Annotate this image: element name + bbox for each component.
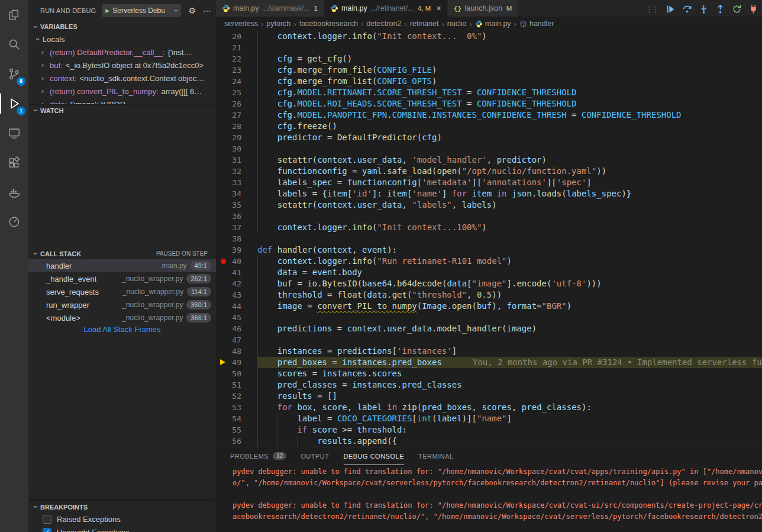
line-gutter[interactable]: 27: [216, 109, 257, 121]
line-gutter[interactable]: 32: [216, 166, 257, 177]
variable-row[interactable]: ›buf:<_io.BytesIO object at 0x7f5a2dc1ec…: [28, 59, 216, 72]
code-line[interactable]: 25 cfg.MODEL.RETINANET.SCORE_THRESH_TEST…: [216, 87, 762, 98]
code-line[interactable]: 35 setattr(context.user_data, "labels", …: [216, 199, 762, 211]
variables-scope-locals[interactable]: › Locals: [28, 33, 216, 46]
code-line[interactable]: 29 predictor = DefaultPredictor(cfg): [216, 132, 762, 143]
code-line[interactable]: 32 functionconfig = yaml.safe_load(open(…: [216, 166, 762, 177]
panel-tab-output[interactable]: OUTPUT: [301, 447, 329, 465]
breadcrumb-item-nuclio[interactable]: nuclio: [447, 20, 467, 28]
line-gutter[interactable]: 33: [216, 177, 257, 188]
code-line[interactable]: 34 labels = {item['id']: item['name'] fo…: [216, 188, 762, 199]
line-gutter[interactable]: 46: [216, 323, 257, 334]
line-gutter[interactable]: 26: [216, 98, 257, 109]
code-line[interactable]: 49 pred_boxes = instances.pred_boxesYou,…: [216, 357, 762, 368]
load-all-stack-frames-link[interactable]: Load All Stack Frames: [28, 325, 216, 334]
watch-section-header[interactable]: › WATCH: [28, 104, 216, 116]
gear-icon[interactable]: ⚙: [188, 7, 196, 15]
line-gutter[interactable]: 52: [216, 391, 257, 402]
checkbox-checked[interactable]: ✓: [43, 528, 51, 532]
variables-section-header[interactable]: › VARIABLES: [28, 21, 216, 33]
line-gutter[interactable]: 40: [216, 256, 257, 267]
stack-frame-row[interactable]: serve_requests_nuclio_wrapper.py114:1: [28, 285, 216, 298]
code-line[interactable]: 48 instances = predictions['instances']: [216, 346, 762, 357]
code-line[interactable]: 36: [216, 211, 762, 222]
variable-row[interactable]: ›data:{'image': 'iVBOR…: [28, 98, 216, 104]
code-line[interactable]: 45: [216, 312, 762, 323]
panel-tab-problems[interactable]: PROBLEMS12: [230, 447, 286, 465]
code-line[interactable]: 26 cfg.MODEL.ROI_HEADS.SCORE_THRESH_TEST…: [216, 98, 762, 109]
activity-item-explorer[interactable]: [0, 0, 28, 30]
code-line[interactable]: 20 context.logger.info("Init context... …: [216, 31, 762, 42]
stack-frame-row[interactable]: run_wrapper_nuclio_wrapper.py360:1: [28, 298, 216, 311]
line-gutter[interactable]: 51: [216, 379, 257, 391]
panel-tab-debug-console[interactable]: DEBUG CONSOLE: [344, 447, 404, 465]
stack-frame-row[interactable]: _handle_event_nuclio_wrapper.py262:1: [28, 272, 216, 285]
breakpoint-row[interactable]: ✓Uncaught Exceptions: [28, 525, 216, 532]
line-gutter[interactable]: 35: [216, 199, 257, 211]
line-gutter[interactable]: 55: [216, 424, 257, 436]
code-line[interactable]: 24 cfg.merge_from_list(CONFIG_OPTS): [216, 76, 762, 87]
line-gutter[interactable]: 48: [216, 346, 257, 357]
line-gutter[interactable]: 20: [216, 31, 257, 42]
code-line[interactable]: 28 cfg.freeze(): [216, 121, 762, 132]
line-gutter[interactable]: 43: [216, 289, 257, 301]
code-line[interactable]: 53 for box, score, label in zip(pred_box…: [216, 402, 762, 413]
line-gutter[interactable]: 45: [216, 312, 257, 323]
call-stack-section-header[interactable]: › CALL STACK PAUSED ON STEP: [28, 247, 216, 259]
step-over-button[interactable]: [682, 4, 692, 14]
step-into-button[interactable]: [699, 4, 709, 14]
breadcrumb-item-detectron2[interactable]: detectron2: [366, 20, 401, 28]
code-line[interactable]: 33 labels_spec = functionconfig['metadat…: [216, 177, 762, 188]
more-actions-icon[interactable]: ⋯: [203, 7, 211, 15]
activity-item-docker[interactable]: [0, 178, 28, 207]
panel-tab-terminal[interactable]: TERMINAL: [418, 447, 454, 465]
line-gutter[interactable]: 42: [216, 278, 257, 289]
activity-item-extensions[interactable]: [0, 148, 28, 178]
breadcrumb-item-serverless[interactable]: serverless: [224, 20, 258, 28]
line-gutter[interactable]: 29: [216, 132, 257, 143]
tab-main-py[interactable]: main.py.../siammask/...1: [216, 0, 324, 17]
line-gutter[interactable]: 44: [216, 301, 257, 312]
variable-row[interactable]: ›(return) convert_PIL_to_numpy:array([[[…: [28, 85, 216, 98]
code-line[interactable]: 31 setattr(context.user_data, 'model_han…: [216, 154, 762, 166]
code-line[interactable]: 22 cfg = get_cfg(): [216, 53, 762, 65]
code-line[interactable]: 30: [216, 143, 762, 154]
line-gutter[interactable]: 25: [216, 87, 257, 98]
tab-launch-json[interactable]: {}launch.jsonM: [448, 0, 519, 17]
line-gutter[interactable]: 53: [216, 402, 257, 413]
line-gutter[interactable]: 31: [216, 154, 257, 166]
variable-row[interactable]: ›(return) DefaultPredictor.__call__:{'in…: [28, 46, 216, 59]
line-gutter[interactable]: 47: [216, 334, 257, 346]
code-line[interactable]: 21: [216, 42, 762, 53]
breakpoint-row[interactable]: Raised Exceptions: [28, 512, 216, 525]
line-gutter[interactable]: 34: [216, 188, 257, 199]
line-gutter[interactable]: 41: [216, 267, 257, 278]
breadcrumb-item-handler[interactable]: handler: [519, 20, 554, 28]
code-line[interactable]: 41 data = event.body: [216, 267, 762, 278]
code-line[interactable]: 23 cfg.merge_from_file(CONFIG_FILE): [216, 65, 762, 76]
line-gutter[interactable]: 21: [216, 42, 257, 53]
code-line[interactable]: 42 buf = io.BytesIO(base64.b64decode(dat…: [216, 278, 762, 289]
continue-button[interactable]: [666, 4, 676, 14]
tab-main-py[interactable]: main.py.../retinanet/...4, M×: [324, 0, 448, 17]
close-icon[interactable]: ×: [436, 4, 441, 12]
code-line[interactable]: 44 image = convert_PIL_to_numpy(Image.op…: [216, 301, 762, 312]
line-gutter[interactable]: 24: [216, 76, 257, 87]
code-line[interactable]: 40 context.logger.info("Run retinanet-R1…: [216, 256, 762, 267]
line-gutter[interactable]: 22: [216, 53, 257, 65]
code-line[interactable]: 43 threshold = float(data.get("threshold…: [216, 289, 762, 301]
toolbar-grip-icon[interactable]: ⋮⋮: [645, 5, 659, 14]
breadcrumb-item-retinanet[interactable]: retinanet: [410, 20, 439, 28]
line-gutter[interactable]: 30: [216, 143, 257, 154]
code-line[interactable]: 56 results.append({: [216, 436, 762, 447]
code-editor[interactable]: 20 context.logger.info("Init context... …: [216, 31, 762, 447]
code-line[interactable]: 55 if score >= threshold:: [216, 424, 762, 436]
checkbox-unchecked[interactable]: [43, 515, 51, 524]
line-gutter[interactable]: 36: [216, 211, 257, 222]
launch-config-select[interactable]: ▶ Serverless Debu ›: [102, 4, 181, 17]
variable-row[interactable]: ›context:<nuclio_sdk.context.Context obj…: [28, 72, 216, 85]
activity-item-run-and-debug[interactable]: 1: [0, 89, 28, 118]
line-gutter[interactable]: 38: [216, 233, 257, 244]
code-line[interactable]: 47: [216, 334, 762, 346]
code-line[interactable]: 54 label = COCO_CATEGORIES[int(label)]["…: [216, 413, 762, 424]
